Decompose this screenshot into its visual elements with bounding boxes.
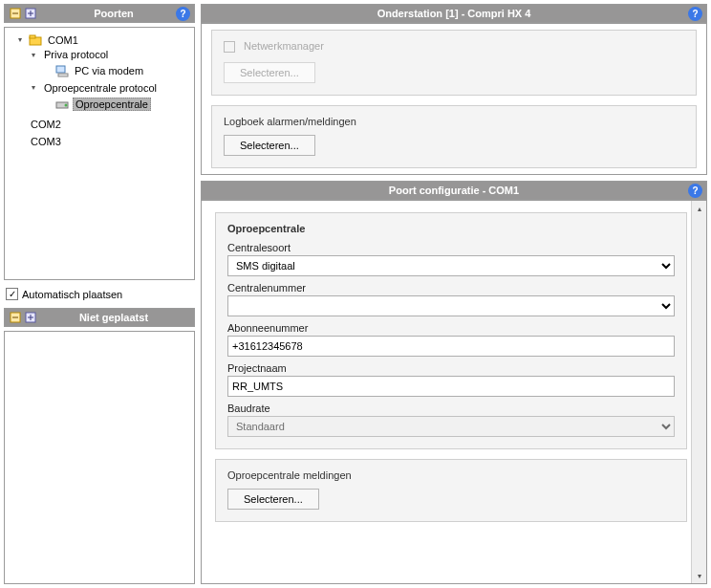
tree-toggle-icon[interactable]: [28, 82, 38, 93]
baud-select: Standaard: [227, 416, 675, 437]
abonnee-input[interactable]: [227, 336, 675, 357]
project-label: Projectnaam: [227, 362, 675, 374]
svg-point-10: [65, 103, 68, 106]
centralesoort-label: Centralesoort: [227, 242, 675, 253]
oproep-group-title: Oproepcentrale: [227, 223, 675, 234]
niet-geplaatst-title: Niet geplaatst: [37, 312, 190, 323]
poort-config-header: Poort configuratie - COM1 ?: [201, 181, 707, 200]
help-icon[interactable]: ?: [688, 184, 702, 198]
ports-tree[interactable]: COM1 Priva protocol: [9, 32, 190, 148]
svg-rect-7: [56, 66, 65, 73]
logboek-select-button[interactable]: Selecteren...: [224, 135, 315, 156]
auto-place-label: Automatisch plaatsen: [22, 289, 122, 300]
netmgr-select-button: Selecteren...: [224, 62, 315, 83]
abonnee-label: Abonneenummer: [227, 322, 675, 334]
tree-toggle-icon[interactable]: [28, 50, 38, 60]
poort-config-title: Poort configuratie - COM1: [205, 185, 702, 196]
netmgr-label: Netwerkmanager: [244, 40, 324, 52]
project-input[interactable]: [227, 376, 675, 397]
baud-label: Baudrate: [227, 403, 675, 414]
help-icon[interactable]: ?: [176, 7, 190, 21]
tree-node-oproep[interactable]: Oproepcentrale: [73, 98, 151, 111]
folder-icon: [29, 33, 42, 47]
tree-toggle-icon[interactable]: [14, 34, 25, 45]
centralenummer-label: Centralenummer: [227, 282, 675, 294]
tree-expand-icon[interactable]: [24, 311, 37, 324]
onderstation-title: Onderstation [1] - Compri HX 4: [205, 8, 702, 19]
tree-node-com3[interactable]: COM3: [29, 136, 63, 147]
niet-geplaatst-body: [4, 331, 195, 584]
svg-rect-8: [58, 74, 68, 76]
centralesoort-select[interactable]: SMS digitaal: [227, 255, 675, 276]
tree-node-priva[interactable]: Priva protocol: [42, 49, 110, 60]
centralenummer-select[interactable]: [227, 295, 675, 316]
tree-node-com2[interactable]: COM2: [29, 119, 63, 130]
scroll-up-icon[interactable]: ▴: [692, 201, 707, 216]
auto-place-row[interactable]: ✓ Automatisch plaatsen: [4, 284, 195, 304]
tree-collapse-icon[interactable]: [9, 311, 22, 324]
tree-collapse-icon[interactable]: [9, 7, 22, 20]
tree-node-pc-modem[interactable]: PC via modem: [73, 65, 145, 76]
tree-expand-icon[interactable]: [24, 7, 37, 20]
checkbox-icon[interactable]: ✓: [6, 288, 18, 300]
config-scrollbar[interactable]: ▴ ▾: [691, 201, 706, 583]
logboek-title: Logboek alarmen/meldingen: [224, 116, 684, 127]
device-icon: [55, 98, 69, 111]
netmgr-checkbox: [224, 41, 235, 53]
poorten-title: Poorten: [37, 8, 190, 19]
pc-modem-icon: [55, 64, 69, 77]
scroll-down-icon[interactable]: ▾: [692, 568, 707, 583]
niet-geplaatst-header: Niet geplaatst: [4, 308, 195, 327]
svg-rect-6: [30, 35, 35, 38]
meldingen-select-button[interactable]: Selecteren...: [227, 489, 319, 510]
poorten-header: Poorten ?: [4, 4, 195, 23]
help-icon[interactable]: ?: [688, 7, 702, 21]
onderstation-header: Onderstation [1] - Compri HX 4 ?: [201, 4, 707, 23]
tree-node-oproep-proto[interactable]: Oproepcentrale protocol: [42, 82, 159, 94]
meldingen-title: Oproepcentrale meldingen: [227, 469, 675, 481]
tree-node-com1[interactable]: COM1: [46, 34, 80, 46]
